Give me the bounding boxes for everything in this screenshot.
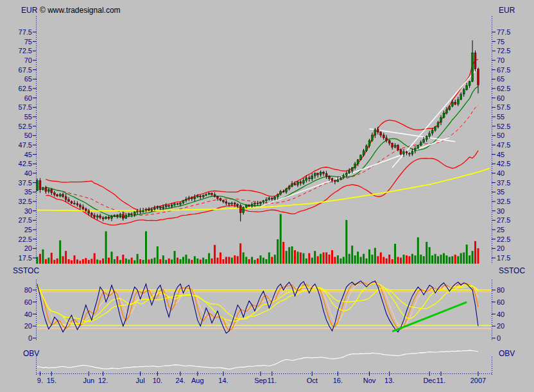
candle-down (228, 203, 230, 204)
candle-up (357, 160, 359, 164)
axes: 77.577.5757572.572.5707067.567.5656562.5… (19, 16, 511, 384)
candle-down (108, 217, 110, 218)
price-tick-label-right: 57.5 (497, 103, 510, 111)
volume-bar (311, 258, 313, 264)
candle-up (202, 196, 204, 197)
candle-up (245, 205, 247, 208)
volume-bar (134, 260, 135, 264)
volume-bar (334, 257, 336, 264)
volume-bar (68, 259, 70, 264)
volume-bar (223, 259, 225, 264)
volume-bar (383, 257, 384, 264)
candle-up (280, 191, 282, 194)
volume-bar (291, 246, 293, 264)
volume-bar (239, 243, 241, 264)
price-tick-label-left: 70 (24, 56, 32, 64)
volume-bar (122, 255, 124, 264)
volume-bar (185, 255, 187, 264)
candle-down (406, 152, 408, 153)
candle-down (478, 69, 479, 85)
candle-down (388, 141, 390, 143)
candle-down (62, 194, 64, 197)
candle-up (449, 107, 451, 110)
price-tick-label-right: 37.5 (497, 179, 510, 187)
volume-bar (194, 256, 196, 264)
candle-up (354, 164, 356, 167)
price-tick-label-right: 52.5 (497, 123, 510, 130)
volume-bar (151, 259, 153, 264)
volume-bar (51, 253, 53, 264)
volume-bar (429, 247, 431, 264)
candle-up (366, 146, 368, 151)
candle-up (429, 133, 431, 137)
price-tick-label-right: 30 (497, 207, 504, 215)
candle-up (128, 214, 130, 215)
volume-bar (42, 250, 44, 264)
candle-down (331, 178, 333, 181)
volume-bar (454, 255, 456, 264)
candle-up (311, 176, 313, 179)
price-tick-label-left: 52.5 (19, 123, 32, 130)
volume-bar (431, 255, 433, 264)
candle-down (386, 138, 388, 141)
volume-bar (208, 253, 210, 264)
candle-down (257, 203, 259, 203)
volume-bar (45, 259, 47, 264)
volume-bar (82, 259, 84, 264)
volume-bar (165, 260, 167, 264)
volume-bar (71, 260, 73, 264)
volume-bar (403, 255, 405, 264)
volume-bar (469, 255, 470, 264)
volume-bar (449, 257, 451, 264)
candle-up (297, 182, 299, 185)
price-tick-label-left: 37.5 (19, 179, 32, 187)
volume-bar (354, 255, 356, 264)
candle-up (414, 148, 416, 151)
sstoc-tick-label-left: 60 (24, 298, 32, 306)
candle-up (451, 102, 453, 107)
candle-up (291, 183, 293, 186)
date-tick-label: 24. (175, 377, 185, 384)
volume-bar (174, 251, 176, 264)
price-tick-label-left: 35 (24, 188, 32, 196)
candle-down (168, 206, 170, 207)
date-tick-label: 10. (153, 377, 162, 384)
sstoc-green-trendline (392, 302, 467, 332)
volume-bar (478, 248, 479, 264)
candle-down (200, 196, 202, 197)
sstoc-tick-label-left: 80 (24, 286, 32, 294)
volume-bar (417, 237, 419, 264)
volume-bar (211, 259, 213, 264)
candle-up (96, 216, 98, 217)
price-tick-label-left: 62.5 (19, 85, 32, 92)
candle-up (463, 90, 465, 94)
candle-down (177, 204, 178, 205)
volume-bar (460, 253, 462, 264)
volume-bar (420, 255, 422, 264)
date-tick-label: Aug (191, 377, 204, 384)
date-tick-label: 13. (384, 377, 394, 384)
candle-up (134, 212, 135, 214)
volume-bar (406, 255, 408, 264)
candle-down (220, 198, 221, 200)
candle-up (435, 127, 436, 130)
price-tick-label-left: 60 (24, 94, 32, 102)
volume-bar (472, 251, 474, 264)
price-tick-label-right: 65 (497, 75, 504, 83)
candle-up (440, 117, 442, 123)
candle-down (294, 183, 296, 185)
volume-bar (400, 258, 402, 264)
candle-up (466, 85, 468, 90)
price-tick-label-left: 47.5 (19, 141, 32, 149)
volume-bar (85, 258, 87, 264)
volume-bar (325, 252, 327, 264)
candle-down (53, 193, 55, 195)
volume-bar (231, 258, 233, 264)
candle-down (474, 53, 476, 69)
candle-up (288, 187, 290, 189)
volume-bar (59, 241, 61, 264)
volume-bar (191, 260, 193, 264)
candle-up (243, 207, 245, 212)
volume-bar (125, 259, 127, 264)
candle-down (139, 211, 141, 212)
